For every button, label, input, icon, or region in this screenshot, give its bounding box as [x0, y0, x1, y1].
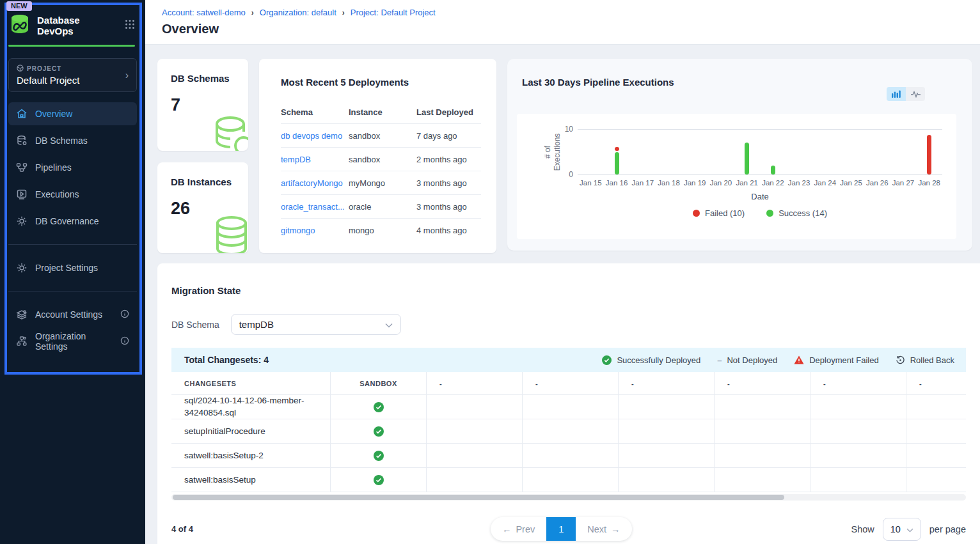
table-row: sql/2024-10-14-12-06-member-34240854.sql: [171, 395, 966, 419]
sidebar-item-label: Pipelines: [35, 162, 72, 173]
last-deployed-cell: 2 months ago: [416, 155, 481, 164]
schema-link[interactable]: oracle_transact...: [281, 202, 349, 212]
column-header-empty: -: [715, 372, 810, 395]
chart-bar-group: [578, 129, 604, 175]
sidebar-item-db-governance[interactable]: DB Governance: [8, 210, 137, 233]
schema-link[interactable]: gitmongo: [281, 226, 349, 235]
column-header: Schema: [281, 107, 349, 117]
bar-chart-toggle-icon[interactable]: [887, 87, 906, 101]
chart-bar-group: [708, 129, 734, 175]
x-tick-label: Jan 24: [812, 179, 838, 187]
table-row: artifactoryMongo myMongo 3 months ago: [281, 171, 481, 195]
y-tick-10: 10: [565, 125, 573, 134]
x-tick-label: Jan 25: [838, 179, 864, 187]
show-label: Show: [851, 524, 874, 534]
changeset-name: satwell:basisSetup-2: [171, 444, 331, 468]
breadcrumb-separator: ›: [342, 8, 345, 17]
sidebar-item-db-schemas[interactable]: DB Schemas: [8, 129, 137, 152]
sandbox-status-cell: [331, 395, 427, 419]
chevron-right-icon: ›: [125, 70, 129, 81]
table-row: tempDB sandbox 2 months ago: [281, 148, 481, 171]
arrow-left-icon: ←: [502, 524, 512, 534]
sidebar-item-organization-settings[interactable]: Organization Settings: [8, 330, 137, 353]
info-icon[interactable]: [120, 336, 129, 347]
sidebar-item-label: Account Settings: [35, 309, 102, 320]
instance-cell: sandbox: [349, 155, 416, 164]
scrollbar-thumb[interactable]: [173, 495, 784, 500]
last-deployed-cell: 3 months ago: [416, 202, 481, 212]
db-schema-select[interactable]: tempDB: [231, 314, 401, 335]
info-icon[interactable]: [120, 309, 129, 320]
pagination: ← Prev 1 Next →: [491, 517, 632, 541]
sidebar-item-overview[interactable]: Overview: [8, 102, 137, 125]
legend-item: Deployment Failed: [794, 355, 878, 365]
page-size-select[interactable]: 10: [883, 518, 921, 541]
y-tick-0: 0: [569, 170, 573, 179]
chart-bar-group: [890, 129, 917, 175]
table-row: db devops demo sandbox 7 days ago: [281, 124, 481, 148]
schema-link[interactable]: db devops demo: [281, 131, 349, 141]
home-icon: [16, 108, 28, 120]
breadcrumb-project-link[interactable]: Project: Default Project: [351, 8, 436, 17]
x-axis-line: [578, 175, 942, 175]
chart-bar-group: [812, 129, 838, 175]
table-header-row: Schema Instance Last Deployed: [281, 100, 481, 124]
success-bar: [615, 152, 619, 175]
page-number-button[interactable]: 1: [546, 517, 576, 541]
breadcrumb-organization-link[interactable]: Organization: default: [260, 8, 336, 17]
chart-bar-group: [864, 129, 890, 175]
chevron-down-icon: [385, 319, 393, 330]
sandbox-status-cell: [331, 444, 427, 468]
instance-cell: myMongo: [349, 178, 416, 188]
chart-bar-group: [656, 129, 682, 175]
column-header-empty: -: [810, 372, 906, 395]
module-grid-icon[interactable]: [125, 19, 135, 32]
chart-plot: # ofExecutions 10 0 Jan 15Jan 16Jan 17Ja…: [517, 114, 956, 239]
success-bar: [745, 143, 749, 175]
migration-state-panel: Migration State DB Schema tempDB Total C…: [157, 263, 980, 544]
dash-icon: –: [717, 355, 722, 365]
sidebar-item-label: DB Governance: [35, 216, 99, 226]
x-tick-label: Jan 22: [760, 179, 786, 187]
prev-page-button[interactable]: ← Prev: [491, 517, 546, 541]
last-deployed-cell: 3 months ago: [416, 178, 481, 188]
sandbox-status-cell: [331, 419, 427, 444]
sidebar-item-executions[interactable]: Executions: [8, 183, 137, 206]
db-schemas-count: 7: [171, 95, 248, 115]
next-page-button[interactable]: Next →: [576, 517, 631, 541]
chart-type-toggle: [887, 87, 925, 101]
legend-item: – Not Deployed: [717, 355, 777, 365]
content: DB Schemas 7: [145, 45, 980, 544]
app-logo-icon: [9, 14, 31, 37]
database-green-icon: [210, 115, 248, 151]
column-header-empty: -: [427, 372, 523, 395]
new-badge: NEW: [6, 1, 32, 11]
pipeline-executions-card: Last 30 Days Pipeline Executions # ofExe…: [507, 59, 972, 251]
x-tick-label: Jan 20: [708, 179, 734, 187]
breadcrumb-account-link[interactable]: Account: satwell-demo: [162, 8, 246, 17]
sidebar-item-project-settings[interactable]: Project Settings: [8, 256, 137, 279]
table-summary-band: Total Changesets: 4 Successfully Deploye…: [171, 348, 966, 372]
legend-item[interactable]: Failed (10): [693, 208, 745, 218]
chart-bar-group: [916, 129, 942, 175]
table-row: oracle_transact... oracle 3 months ago: [281, 195, 481, 219]
horizontal-scrollbar[interactable]: [171, 494, 966, 501]
divider: [8, 291, 137, 291]
x-tick-label: Jan 28: [916, 179, 942, 187]
column-header-empty: -: [523, 372, 619, 395]
check-circle-icon: [374, 402, 384, 412]
schema-link[interactable]: artifactoryMongo: [281, 178, 349, 188]
x-axis-labels: Jan 15Jan 16Jan 17Jan 18Jan 19Jan 20Jan …: [578, 179, 942, 187]
schema-link[interactable]: tempDB: [281, 155, 349, 164]
project-selector[interactable]: PROJECT Default Project ›: [8, 58, 137, 92]
sidebar-item-account-settings[interactable]: Account Settings: [8, 303, 137, 326]
sidebar-item-pipelines[interactable]: Pipelines: [8, 156, 137, 179]
x-tick-label: Jan 27: [890, 179, 917, 187]
play-icon: [16, 189, 28, 200]
check-circle-icon: [374, 451, 384, 461]
legend-item[interactable]: Success (14): [766, 208, 827, 218]
rollback-icon: [896, 355, 905, 365]
line-chart-toggle-icon[interactable]: [906, 87, 925, 101]
legend-item: Rolled Back: [896, 355, 954, 365]
org-chart-gear-icon: [16, 336, 28, 347]
